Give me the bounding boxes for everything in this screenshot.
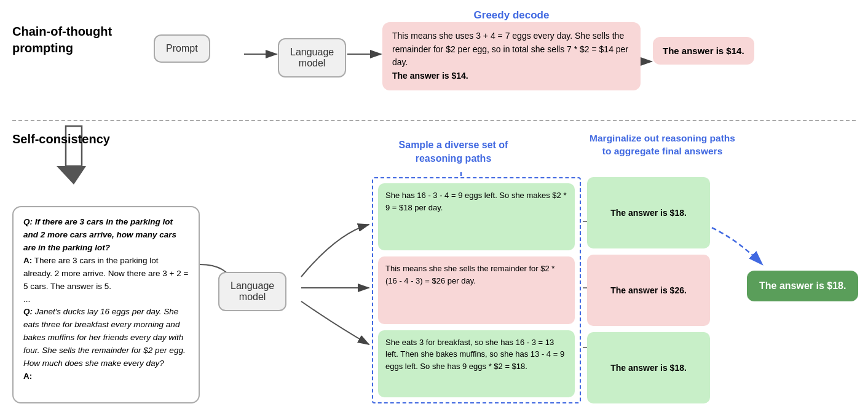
lang-model-box-top: Language model — [278, 38, 346, 77]
answer3-text: The answer is $18. — [610, 363, 687, 373]
diagram: Chain-of-thought prompting Prompt — [0, 0, 868, 417]
reasoning-paths-container: She has 16 - 3 - 4 = 9 eggs left. So she… — [372, 177, 581, 403]
greedy-output-box: This means she uses 3 + 4 = 7 eggs every… — [382, 22, 641, 90]
greedy-output-bold: The answer is $14. — [392, 71, 468, 81]
lang-model-box-bottom: Language model — [218, 272, 286, 311]
sample-label-text: Sample a diverse set of reasoning paths — [399, 140, 508, 164]
down-arrow-head — [57, 166, 86, 185]
self-consistency-label-text: Self-consistency — [12, 132, 110, 146]
q1-label: Q: If there are 3 cars in the parking lo… — [23, 217, 176, 252]
greedy-answer-text: The answer is $14. — [663, 46, 744, 56]
marginalize-label-text: Marginalize out reasoning paths to aggre… — [590, 133, 735, 156]
a2-label: A: — [23, 371, 32, 381]
prompt-box-top: Prompt — [154, 34, 210, 63]
reasoning-path-1: She has 16 - 3 - 4 = 9 eggs left. So she… — [378, 183, 575, 250]
q2-label: Q: Janet's ducks lay 16 eggs per day. Sh… — [23, 307, 186, 368]
greedy-answer-box: The answer is $14. — [653, 37, 754, 65]
prompt-bottom-box: Q: If there are 3 cars in the parking lo… — [12, 206, 200, 403]
lang-model-label-bottom: Language model — [231, 280, 274, 302]
answer-box-3: The answer is $18. — [587, 332, 710, 403]
a1-label: A: There are 3 cars in the parking lot a… — [23, 256, 188, 291]
arrow-lm-to-path1 — [301, 224, 369, 277]
greedy-output-text: This means she uses 3 + 4 = 7 eggs every… — [392, 31, 628, 67]
greedy-label-text: Greedy decode — [474, 9, 550, 21]
answer2-text: The answer is $26. — [610, 285, 687, 295]
final-answer-box: The answer is $18. — [747, 271, 858, 301]
marginalize-label: Marginalize out reasoning paths to aggre… — [575, 132, 750, 158]
reasoning-path-3: She eats 3 for breakfast, so she has 16 … — [378, 330, 575, 397]
ellipsis: ... — [23, 295, 30, 304]
arrow-lm-to-path3 — [301, 301, 369, 344]
chain-label-text: Chain-of-thought prompting — [12, 25, 112, 55]
section-divider — [12, 120, 856, 121]
path2-text: This means she she sells the remainder f… — [385, 264, 554, 285]
prompt-label: Prompt — [166, 43, 198, 54]
sample-label: Sample a diverse set of reasoning paths — [381, 138, 526, 165]
reasoning-path-2: This means she she sells the remainder f… — [378, 256, 575, 324]
answer-box-2: The answer is $26. — [587, 255, 710, 326]
greedy-decode-label: Greedy decode — [382, 9, 641, 22]
answer-box-1: The answer is $18. — [587, 177, 710, 248]
answer1-text: The answer is $18. — [610, 208, 687, 218]
lang-model-label-top: Language model — [290, 47, 334, 68]
path3-text: She eats 3 for breakfast, so she has 16 … — [385, 338, 564, 371]
chain-of-thought-label: Chain-of-thought prompting — [12, 23, 135, 57]
answers-container: The answer is $18. The answer is $26. Th… — [587, 177, 710, 403]
path1-text: She has 16 - 3 - 4 = 9 eggs left. So she… — [385, 191, 566, 212]
final-answer-text: The answer is $18. — [759, 280, 846, 291]
self-consistency-label: Self-consistency — [12, 132, 110, 146]
